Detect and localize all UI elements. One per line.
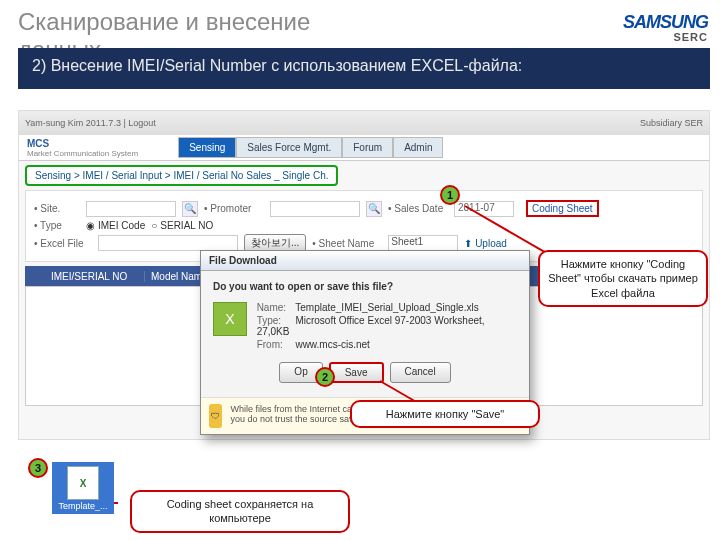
slide-title-line1: Сканирование и внесение (18, 8, 310, 36)
label-site: • Site. (34, 203, 80, 214)
dialog-title: File Download (201, 251, 529, 271)
tab-admin[interactable]: Admin (393, 137, 443, 158)
subsidiary-label: Subsidiary SER (640, 118, 703, 128)
label-promoter: • Promoter (204, 203, 264, 214)
logo-area: SAMSUNG SERC (623, 12, 708, 43)
col-imei: IMEI/SERIAL NO (45, 271, 145, 282)
dialog-question: Do you want to open or save this file? (213, 281, 517, 292)
samsung-logo: SAMSUNG (623, 12, 708, 33)
excel-file-icon: X (213, 302, 247, 336)
salesdate-input[interactable]: 2011-07 (454, 201, 514, 217)
callout-coding-sheet: Нажмите кнопку "Coding Sheet" чтобы скач… (538, 250, 708, 307)
template-file-shortcut[interactable]: X Template_... (52, 462, 114, 514)
coding-sheet-button[interactable]: Coding Sheet (526, 200, 599, 217)
label-salesdate: • Sales Date (388, 203, 448, 214)
promoter-input[interactable] (270, 201, 360, 217)
app-brand-sub: Market Communication System (27, 149, 138, 158)
meta-from-v: www.mcs-cis.net (295, 339, 369, 350)
app-brand-logo: MCS (27, 138, 49, 149)
label-excelfile: • Excel File (34, 238, 92, 249)
site-input[interactable] (86, 201, 176, 217)
section-heading-band: 2) Внесение IMEI/Serial Number с использ… (18, 48, 710, 89)
step-badge-3: 3 (28, 458, 48, 478)
app-brand-bar: MCS Market Communication System Sensing … (19, 135, 709, 161)
excel-file-input[interactable] (98, 235, 238, 251)
save-button[interactable]: Save (329, 362, 384, 383)
meta-name-v: Template_IMEI_Serial_Upload_Single.xls (295, 302, 478, 313)
dialog-meta: Name: Template_IMEI_Serial_Upload_Single… (257, 302, 517, 352)
app-tabs: Sensing Sales Force Mgmt. Forum Admin (178, 137, 443, 158)
radio-imei[interactable]: ◉ IMEI Code (86, 220, 145, 231)
callout-save: Нажмите кнопку "Save" (350, 400, 540, 428)
tab-salesforce[interactable]: Sales Force Mgmt. (236, 137, 342, 158)
radio-imei-label: IMEI Code (98, 220, 145, 231)
upload-label: Upload (475, 238, 507, 249)
meta-type-k: Type: (257, 315, 293, 326)
template-file-label: Template_... (52, 501, 114, 511)
breadcrumb: Sensing > IMEI / Serial Input > IMEI / S… (25, 165, 338, 186)
label-type: • Type (34, 220, 80, 231)
tab-forum[interactable]: Forum (342, 137, 393, 158)
shield-icon: 🛡 (209, 404, 222, 428)
meta-name-k: Name: (257, 302, 293, 313)
radio-serial-label: SERIAL NO (160, 220, 213, 231)
label-sheetname: • Sheet Name (312, 238, 382, 249)
user-info: Yam-sung Kim 2011.7.3 | Logout (25, 118, 156, 128)
app-top-bar: Yam-sung Kim 2011.7.3 | Logout Subsidiar… (19, 111, 709, 135)
radio-serial[interactable]: ○ SERIAL NO (151, 220, 213, 231)
meta-from-k: From: (257, 339, 293, 350)
site-search-icon[interactable]: 🔍 (182, 201, 198, 217)
step-badge-2: 2 (315, 367, 335, 387)
callout-saved-file: Coding sheet сохраняется на компьютере (130, 490, 350, 533)
tab-sensing[interactable]: Sensing (178, 137, 236, 158)
sheetname-input[interactable]: Sheet1 (388, 235, 458, 251)
upload-button[interactable]: ⬆ Upload (464, 238, 506, 249)
promoter-search-icon[interactable]: 🔍 (366, 201, 382, 217)
cancel-button[interactable]: Cancel (390, 362, 451, 383)
excel-template-icon: X (67, 466, 99, 500)
step-badge-1: 1 (440, 185, 460, 205)
